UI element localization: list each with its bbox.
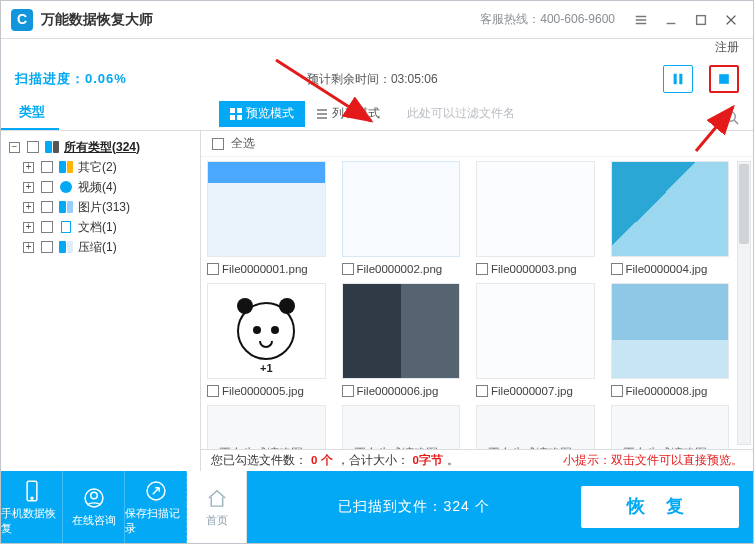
- filter-input[interactable]: [405, 102, 555, 126]
- file-item[interactable]: File0000006.jpg: [342, 283, 461, 399]
- menu-icon[interactable]: [627, 7, 655, 33]
- tree-item-label: 其它(2): [78, 159, 117, 176]
- tree-item-video[interactable]: + 视频(4): [5, 177, 196, 197]
- file-name: File0000001.png: [222, 261, 308, 277]
- bottom-online-support[interactable]: 在线咨询: [63, 471, 125, 543]
- computer-icon: [44, 140, 60, 154]
- file-checkbox[interactable]: [207, 263, 219, 275]
- checkbox[interactable]: [41, 201, 53, 213]
- file-item[interactable]: +1 File0000005.jpg: [207, 283, 326, 399]
- file-name: File0000008.jpg: [626, 383, 708, 399]
- status-text: 。: [447, 452, 459, 468]
- search-icon[interactable]: [724, 110, 739, 130]
- vertical-scrollbar[interactable]: [737, 161, 751, 445]
- bottom-phone-recovery[interactable]: 手机数据恢复: [1, 471, 63, 543]
- scan-label: 扫描进度：: [15, 71, 85, 86]
- svg-rect-1: [674, 74, 677, 85]
- expand-icon[interactable]: +: [23, 222, 34, 233]
- bottom-label: 手机数据恢复: [1, 506, 62, 537]
- thumbnail: [611, 283, 730, 379]
- checkbox[interactable]: [41, 161, 53, 173]
- tree-item-zip[interactable]: + 压缩(1): [5, 237, 196, 257]
- expand-icon[interactable]: +: [23, 242, 34, 253]
- hotline-number: 400-606-9600: [540, 12, 615, 26]
- preview-mode-button[interactable]: 预览模式: [219, 101, 305, 127]
- list-mode-label: 列表模式: [332, 105, 380, 122]
- status-count: 0 个: [311, 452, 333, 468]
- thumbnail: [342, 161, 461, 257]
- file-item-loading: 正在生成缩略图...: [611, 405, 730, 449]
- file-item[interactable]: File0000007.jpg: [476, 283, 595, 399]
- svg-point-8: [726, 112, 735, 121]
- checkbox[interactable]: [27, 141, 39, 153]
- recover-button[interactable]: 恢 复: [581, 486, 739, 528]
- minimize-button[interactable]: [657, 7, 685, 33]
- file-checkbox[interactable]: [611, 263, 623, 275]
- pause-button[interactable]: [663, 65, 693, 93]
- select-all-checkbox[interactable]: [212, 138, 224, 150]
- file-checkbox[interactable]: [611, 385, 623, 397]
- tree-item-other[interactable]: + 其它(2): [5, 157, 196, 177]
- svg-rect-0: [697, 15, 706, 24]
- stop-button[interactable]: [709, 65, 739, 93]
- tree-item-label: 文档(1): [78, 219, 117, 236]
- file-item[interactable]: File0000001.png: [207, 161, 326, 277]
- thumbnail: [476, 161, 595, 257]
- tree-root[interactable]: − 所有类型(324): [5, 137, 196, 157]
- file-checkbox[interactable]: [476, 385, 488, 397]
- hotline-label: 客服热线：: [480, 12, 540, 26]
- svg-point-12: [90, 493, 97, 500]
- tree-item-doc[interactable]: + 文档(1): [5, 217, 196, 237]
- list-mode-button[interactable]: 列表模式: [305, 101, 391, 127]
- scan-count-label: 已扫描到文件：: [338, 497, 443, 517]
- register-link[interactable]: 注册: [1, 39, 753, 61]
- file-item[interactable]: File0000002.png: [342, 161, 461, 277]
- tab-type[interactable]: 类型: [1, 97, 59, 130]
- file-checkbox[interactable]: [476, 263, 488, 275]
- checkbox[interactable]: [41, 241, 53, 253]
- svg-rect-3: [719, 74, 729, 84]
- file-checkbox[interactable]: [342, 385, 354, 397]
- file-name: File0000005.jpg: [222, 383, 304, 399]
- status-text: 您已勾选文件数：: [211, 452, 307, 468]
- expand-icon[interactable]: +: [23, 202, 34, 213]
- scan-progress: 扫描进度：0.06%: [15, 70, 127, 88]
- thumbnail: [207, 161, 326, 257]
- thumbnail-grid: File0000001.png File0000002.png File0000…: [201, 157, 753, 449]
- file-item[interactable]: File0000008.jpg: [611, 283, 730, 399]
- file-item-loading: 正在生成缩略图...: [476, 405, 595, 449]
- thumbnail: [611, 161, 730, 257]
- file-item[interactable]: File0000003.png: [476, 161, 595, 277]
- eta-label: 预计剩余时间：: [307, 72, 391, 86]
- close-button[interactable]: [717, 7, 745, 33]
- maximize-button[interactable]: [687, 7, 715, 33]
- bottom-bar: 手机数据恢复 在线咨询 保存扫描记录 首页 已扫描到文件：324 个 恢 复: [1, 471, 753, 543]
- expand-icon[interactable]: +: [23, 182, 34, 193]
- checkbox[interactable]: [41, 181, 53, 193]
- loading-text: 正在生成缩略图...: [611, 405, 730, 449]
- select-all-row[interactable]: 全选: [201, 131, 753, 157]
- checkbox[interactable]: [41, 221, 53, 233]
- titlebar: C 万能数据恢复大师 客服热线：400-606-9600: [1, 1, 753, 39]
- eta-value: 03:05:06: [391, 72, 438, 86]
- scrollbar-thumb[interactable]: [739, 164, 749, 244]
- expand-icon[interactable]: +: [23, 162, 34, 173]
- collapse-icon[interactable]: −: [9, 142, 20, 153]
- svg-rect-5: [237, 108, 242, 113]
- file-checkbox[interactable]: [207, 385, 219, 397]
- bottom-home[interactable]: 首页: [187, 471, 247, 543]
- loading-text: 正在生成缩略图...: [207, 405, 326, 449]
- bottom-label: 保存扫描记录: [125, 506, 186, 537]
- file-checkbox[interactable]: [342, 263, 354, 275]
- file-item[interactable]: File0000004.jpg: [611, 161, 730, 277]
- bottom-save-scan[interactable]: 保存扫描记录: [125, 471, 187, 543]
- tree-item-image[interactable]: + 图片(313): [5, 197, 196, 217]
- status-tip: 小提示：双击文件可以直接预览。: [563, 452, 743, 468]
- svg-point-10: [31, 497, 33, 499]
- tree-item-label: 视频(4): [78, 179, 117, 196]
- hotline: 客服热线：400-606-9600: [480, 11, 615, 28]
- body: − 所有类型(324) + 其它(2) + 视频(4) +: [1, 131, 753, 471]
- app-window: C 万能数据恢复大师 客服热线：400-606-9600 注册 扫描进度：0.0…: [0, 0, 754, 544]
- file-name: File0000003.png: [491, 261, 577, 277]
- type-zip-icon: [58, 240, 74, 254]
